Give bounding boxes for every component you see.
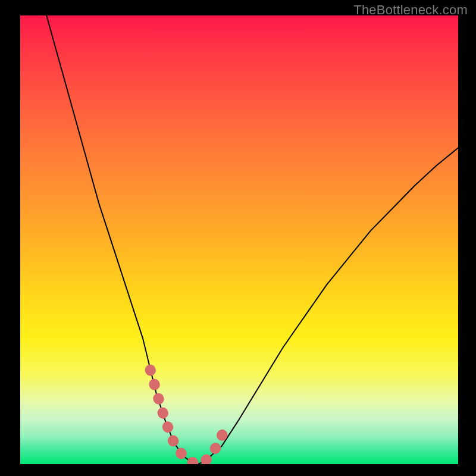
sweet-spot-marker	[151, 370, 226, 464]
curve-svg	[20, 15, 458, 464]
chart-frame: TheBottleneck.com	[0, 0, 476, 476]
bottleneck-curve	[46, 15, 458, 464]
plot-area	[20, 15, 458, 464]
